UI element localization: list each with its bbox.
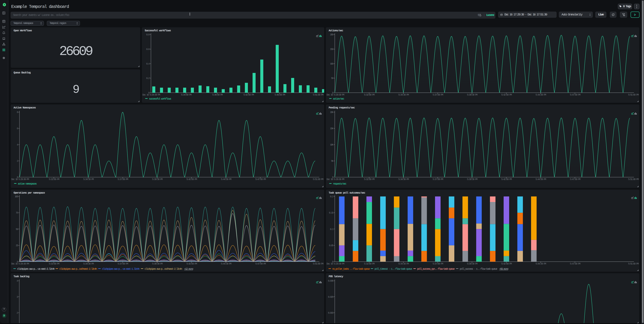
svg-text:requests/sec: requests/sec	[333, 182, 346, 185]
svg-text:5:42:00 PM: 5:42:00 PM	[186, 263, 197, 265]
svg-text:5:42:00 PM: 5:42:00 PM	[501, 93, 512, 96]
svg-text:5:34:30 PM: 5:34:30 PM	[398, 178, 409, 181]
svg-text:5:51:00 PM: 5:51:00 PM	[313, 178, 324, 181]
svg-text:5:37:00 PM: 5:37:00 PM	[118, 178, 128, 181]
svg-text:successful workflows: successful workflows	[149, 97, 171, 100]
svg-text:+12 more: +12 more	[184, 268, 193, 271]
svg-text:0.4: 0.4	[146, 62, 150, 65]
svg-text:5:37:00 PM: 5:37:00 PM	[118, 263, 128, 265]
svg-text:75: 75	[16, 212, 18, 214]
svg-text:2: 2	[16, 312, 18, 315]
svg-text:clickpipes-aws-p..-us-east-1.l: clickpipes-aws-p..-us-east-1.l2c4n	[102, 268, 140, 271]
svg-text:0.038: 0.038	[328, 280, 334, 283]
svg-text:5:47:00 PM: 5:47:00 PM	[255, 178, 266, 181]
svg-text:5:42:00 PM: 5:42:00 PM	[186, 178, 197, 181]
svg-text:5:39:30 PM: 5:39:30 PM	[467, 93, 478, 96]
svg-text:Dec 16 5:29:30 PM: Dec 16 5:29:30 PM	[326, 263, 344, 265]
svg-text:5:32:00 PM: 5:32:00 PM	[364, 178, 375, 181]
svg-text:Dec 16 5:29:30 PM: Dec 16 5:29:30 PM	[11, 263, 29, 265]
svg-text:+56 more: +56 more	[499, 268, 508, 271]
svg-text:25: 25	[16, 244, 18, 247]
svg-text:5:42:00 PM: 5:42:00 PM	[501, 263, 512, 265]
svg-text:5:39:30 PM: 5:39:30 PM	[152, 263, 163, 265]
svg-text:5:37:00 PM: 5:37:00 PM	[432, 178, 443, 181]
svg-text:action/sec: action/sec	[333, 97, 344, 100]
svg-text:5:44:30 PM: 5:44:30 PM	[536, 93, 546, 96]
svg-text:poll_success_syn..-flow-task-q: poll_success_syn..-flow-task-queue	[417, 268, 455, 271]
svg-text:15K: 15K	[330, 127, 334, 130]
svg-text:clickpipes-aws-p..outheast-2.l: clickpipes-aws-p..outheast-2.l2c4n	[144, 268, 182, 271]
svg-text:clickpipes-aws-p..-us-east-2.l: clickpipes-aws-p..-us-east-2.l2c4n	[17, 268, 55, 271]
svg-text:0.05: 0.05	[329, 244, 334, 247]
svg-text:0.8: 0.8	[146, 33, 150, 36]
svg-text:5:47:00 PM: 5:47:00 PM	[570, 263, 580, 265]
svg-text:5:32:00 PM: 5:32:00 PM	[49, 178, 60, 181]
svg-text:0.019: 0.019	[328, 312, 333, 315]
svg-text:5:37:00 PM: 5:37:00 PM	[432, 93, 443, 96]
svg-text:5K: 5K	[331, 160, 334, 163]
svg-text:5:51:00 PM: 5:51:00 PM	[628, 263, 639, 265]
svg-text:Dec 16 5:29:30 PM: Dec 16 5:29:30 PM	[11, 178, 29, 181]
svg-text:100: 100	[330, 62, 334, 65]
svg-text:100: 100	[15, 195, 18, 198]
svg-text:5:42:00 PM: 5:42:00 PM	[243, 93, 254, 96]
svg-text:poll_timeout · c..-flow-task-q: poll_timeout · c..-flow-task-queue	[374, 268, 412, 271]
svg-text:50: 50	[331, 77, 334, 80]
svg-text:0.2: 0.2	[330, 195, 334, 198]
svg-text:5:32:00 PM: 5:32:00 PM	[49, 263, 60, 265]
svg-text:no_poller_tasks ..-flow-task-q: no_poller_tasks ..-flow-task-queue	[332, 268, 370, 271]
svg-text:4: 4	[16, 280, 18, 283]
svg-text:50: 50	[16, 228, 18, 231]
svg-text:0.2: 0.2	[146, 77, 150, 80]
svg-text:0.029: 0.029	[328, 296, 333, 299]
svg-text:20K: 20K	[330, 111, 334, 114]
svg-text:6: 6	[17, 127, 18, 130]
svg-text:clickpipes-aws-p..outheast-2.l: clickpipes-aws-p..outheast-2.l2c4n	[59, 268, 97, 271]
svg-text:5:37:00 PM: 5:37:00 PM	[432, 263, 443, 265]
svg-text:5:32:00 PM: 5:32:00 PM	[364, 93, 375, 96]
svg-text:Dec 16 5:29:30 PM: Dec 16 5:29:30 PM	[142, 93, 160, 96]
svg-text:150: 150	[330, 48, 334, 51]
svg-text:5:34:30 PM: 5:34:30 PM	[83, 178, 94, 181]
svg-text:0.6: 0.6	[146, 48, 150, 51]
svg-text:10K: 10K	[330, 143, 334, 146]
svg-text:5:51:00 PM: 5:51:00 PM	[628, 178, 639, 181]
svg-text:0.1: 0.1	[330, 228, 334, 231]
svg-text:5:32:00 PM: 5:32:00 PM	[364, 263, 375, 265]
svg-text:5:39:30 PM: 5:39:30 PM	[467, 178, 478, 181]
svg-text:5:44:30 PM: 5:44:30 PM	[221, 263, 232, 265]
svg-text:5:46:00 PM: 5:46:00 PM	[274, 93, 285, 96]
svg-text:200: 200	[330, 33, 334, 36]
svg-text:5:34:30 PM: 5:34:30 PM	[83, 263, 94, 265]
svg-text:5:38:00 PM: 5:38:00 PM	[212, 93, 223, 96]
svg-text:active namespaces: active namespaces	[18, 182, 37, 185]
svg-text:2: 2	[17, 160, 18, 163]
svg-text:4: 4	[17, 143, 18, 146]
svg-text:0.15: 0.15	[329, 212, 334, 214]
svg-text:poll_success · c..-flow-task-q: poll_success · c..-flow-task-queue	[460, 268, 497, 271]
svg-text:5:39:30 PM: 5:39:30 PM	[152, 178, 163, 181]
svg-text:5:34:30 PM: 5:34:30 PM	[398, 93, 409, 96]
svg-text:Dec 16 5:29:30 PM: Dec 16 5:29:30 PM	[326, 178, 344, 181]
svg-text:5:42:00 PM: 5:42:00 PM	[501, 178, 512, 181]
svg-text:8: 8	[17, 111, 18, 114]
svg-text:5:47:00 PM: 5:47:00 PM	[570, 178, 580, 181]
svg-text:5:47:00 PM: 5:47:00 PM	[255, 263, 266, 265]
svg-text:5:51:00 PM: 5:51:00 PM	[313, 263, 324, 265]
svg-text:5:44:30 PM: 5:44:30 PM	[221, 178, 232, 181]
svg-text:5:51:00 PM: 5:51:00 PM	[313, 93, 324, 96]
svg-text:3: 3	[16, 296, 18, 299]
svg-text:5:44:30 PM: 5:44:30 PM	[536, 263, 546, 265]
svg-text:5:34:30 PM: 5:34:30 PM	[398, 263, 409, 265]
svg-text:Dec 16 5:29:30 PM: Dec 16 5:29:30 PM	[326, 93, 344, 96]
svg-text:5:47:00 PM: 5:47:00 PM	[570, 93, 580, 96]
svg-text:5:51:00 PM: 5:51:00 PM	[628, 93, 639, 96]
svg-text:5:34:00 PM: 5:34:00 PM	[181, 93, 192, 96]
svg-text:5:44:30 PM: 5:44:30 PM	[536, 178, 546, 181]
svg-text:5:39:30 PM: 5:39:30 PM	[467, 263, 478, 265]
